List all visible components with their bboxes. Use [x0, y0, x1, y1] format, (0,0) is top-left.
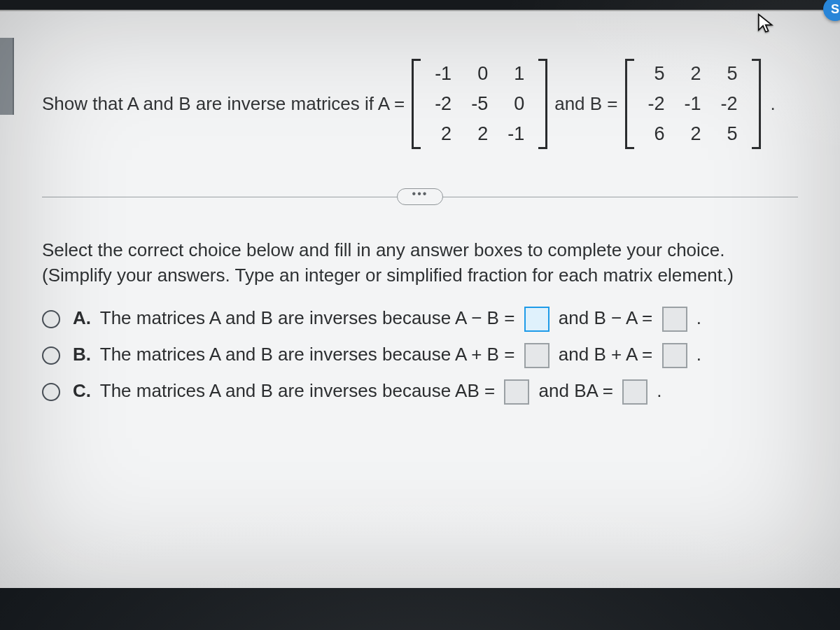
- choice-post: .: [696, 344, 701, 365]
- matrix-cell: -1: [675, 89, 711, 119]
- answer-box-c1[interactable]: [504, 379, 529, 405]
- matrix-a: -101 -2-50 22-1: [412, 59, 547, 149]
- answer-box-a2[interactable]: [662, 307, 687, 332]
- matrix-cell: 0: [461, 59, 498, 89]
- matrix-cell: 2: [425, 119, 461, 149]
- badge-letter: S: [831, 2, 839, 17]
- matrix-cell: 1: [498, 59, 534, 89]
- choices: A. The matrices A and B are inverses bec…: [42, 307, 798, 405]
- matrix-cell: 2: [461, 119, 498, 149]
- expand-button[interactable]: •••: [397, 188, 443, 205]
- question-row: Show that A and B are inverse matrices i…: [42, 59, 812, 149]
- question-mid: and B =: [554, 93, 617, 115]
- choice-b: B. The matrices A and B are inverses bec…: [42, 343, 798, 368]
- choice-mid: and B + A =: [559, 344, 652, 365]
- choice-a: A. The matrices A and B are inverses bec…: [42, 307, 798, 332]
- matrix-b-table: 525 -2-1-2 625: [638, 59, 748, 149]
- matrix-cell: 2: [675, 59, 711, 89]
- matrix-cell: 5: [638, 59, 675, 89]
- matrix-cell: -2: [711, 89, 748, 119]
- radio-c[interactable]: [42, 383, 60, 401]
- content-panel: Show that A and B are inverse matrices i…: [0, 0, 840, 630]
- content-inner: Show that A and B are inverse matrices i…: [0, 10, 840, 588]
- screen: Show that A and B are inverse matrices i…: [0, 0, 840, 630]
- answer-box-b1[interactable]: [524, 343, 550, 368]
- instruction-line: Select the correct choice below and fill…: [42, 237, 798, 262]
- choice-post: .: [657, 380, 662, 401]
- matrix-cell: 0: [498, 89, 534, 119]
- bracket-right-icon: [752, 59, 761, 149]
- instruction-line: (Simplify your answers. Type an integer …: [42, 262, 798, 288]
- divider-row: •••: [28, 188, 812, 205]
- answer-box-c2[interactable]: [622, 379, 648, 405]
- question-lead: Show that A and B are inverse matrices i…: [42, 93, 405, 115]
- radio-a[interactable]: [42, 310, 60, 328]
- choice-mid: and B − A =: [559, 307, 652, 328]
- matrix-cell: 2: [675, 119, 711, 149]
- answer-box-a1[interactable]: [524, 307, 550, 332]
- matrix-cell: 6: [638, 119, 675, 149]
- matrix-cell: -2: [425, 89, 461, 119]
- matrix-cell: -1: [425, 59, 461, 89]
- radio-b[interactable]: [42, 346, 60, 365]
- matrix-a-table: -101 -2-50 22-1: [425, 59, 534, 149]
- choice-letter: A.: [73, 307, 91, 328]
- choice-pre: The matrices A and B are inverses becaus…: [100, 344, 515, 365]
- choice-c-text: C. The matrices A and B are inverses bec…: [73, 379, 662, 405]
- choice-a-text: A. The matrices A and B are inverses bec…: [73, 307, 701, 332]
- choice-letter: B.: [73, 344, 91, 365]
- matrix-cell: 5: [711, 59, 748, 89]
- matrix-cell: -2: [638, 89, 675, 119]
- answer-box-b2[interactable]: [662, 343, 687, 368]
- choice-mid: and BA =: [539, 380, 613, 401]
- choice-b-text: B. The matrices A and B are inverses bec…: [73, 343, 701, 368]
- matrix-b: 525 -2-1-2 625: [625, 59, 761, 149]
- bracket-right-icon: [538, 59, 547, 149]
- choice-post: .: [696, 307, 701, 328]
- question-tail: .: [771, 93, 776, 115]
- choice-pre: The matrices A and B are inverses becaus…: [100, 380, 495, 401]
- instructions: Select the correct choice below and fill…: [42, 237, 798, 288]
- choice-letter: C.: [73, 380, 91, 401]
- bracket-left-icon: [625, 59, 634, 149]
- matrix-cell: -1: [498, 119, 534, 149]
- choice-pre: The matrices A and B are inverses becaus…: [100, 307, 515, 328]
- matrix-cell: 5: [711, 119, 748, 149]
- choice-c: C. The matrices A and B are inverses bec…: [42, 379, 798, 405]
- bracket-left-icon: [412, 59, 421, 149]
- matrix-cell: -5: [461, 89, 498, 119]
